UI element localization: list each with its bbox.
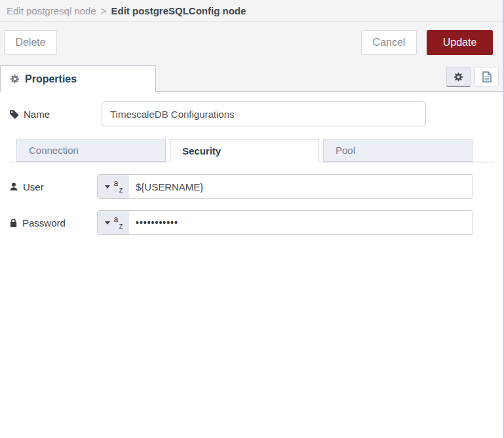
password-label-text: Password — [22, 217, 66, 228]
string-type-icon: a z — [114, 215, 123, 230]
name-input[interactable] — [102, 101, 426, 126]
name-label-text: Name — [24, 109, 50, 120]
tab-pool[interactable]: Pool — [323, 139, 473, 162]
cancel-button[interactable]: Cancel — [361, 30, 417, 55]
breadcrumb: Edit postgresql node > Edit postgreSQLCo… — [0, 0, 503, 22]
properties-form: Name Connection Security Pool — [0, 92, 503, 235]
string-type-icon: a z — [114, 179, 123, 194]
user-label-text: User — [23, 181, 44, 192]
description-view-button[interactable] — [475, 67, 499, 87]
user-field-row: User a z — [9, 174, 503, 199]
name-field-row: Name — [9, 101, 503, 126]
user-icon — [9, 182, 18, 191]
panel-view-buttons — [446, 67, 503, 87]
password-typed-input: a z — [97, 210, 473, 235]
user-typed-input: a z — [97, 174, 473, 199]
gear-icon — [10, 74, 20, 84]
tab-security[interactable]: Security — [170, 139, 319, 162]
edit-toolbar: Delete Cancel Update — [0, 22, 503, 64]
gear-icon — [454, 72, 463, 82]
tab-security-label: Security — [182, 145, 221, 156]
tab-connection-label: Connection — [29, 145, 79, 156]
user-input[interactable] — [129, 175, 473, 198]
name-label: Name — [9, 109, 97, 120]
document-icon — [482, 71, 492, 82]
update-button[interactable]: Update — [427, 30, 493, 55]
tab-pool-label: Pool — [336, 145, 355, 156]
password-label: Password — [9, 217, 97, 228]
user-label: User — [9, 181, 97, 192]
config-tabs: Connection Security Pool — [9, 139, 495, 162]
password-type-select-button[interactable]: a z — [98, 211, 129, 234]
password-field-row: Password a z — [9, 210, 503, 235]
chevron-down-icon — [105, 221, 110, 225]
edit-properties-view-button[interactable] — [446, 67, 471, 87]
breadcrumb-current: Edit postgreSQLConfig node — [111, 5, 246, 16]
tab-properties[interactable]: Properties — [0, 65, 156, 92]
user-type-select-button[interactable]: a z — [98, 175, 129, 198]
tab-properties-label: Properties — [25, 73, 77, 85]
tab-connection[interactable]: Connection — [16, 139, 166, 162]
delete-button[interactable]: Delete — [4, 30, 57, 55]
node-edit-panel: Edit postgresql node > Edit postgreSQLCo… — [0, 0, 504, 438]
tag-icon — [9, 109, 19, 119]
chevron-down-icon — [105, 185, 110, 189]
panel-tab-bar: Properties — [0, 64, 503, 92]
breadcrumb-separator: > — [101, 5, 107, 16]
password-input[interactable] — [129, 211, 473, 234]
breadcrumb-parent-link[interactable]: Edit postgresql node — [7, 5, 96, 16]
lock-icon — [9, 218, 18, 228]
